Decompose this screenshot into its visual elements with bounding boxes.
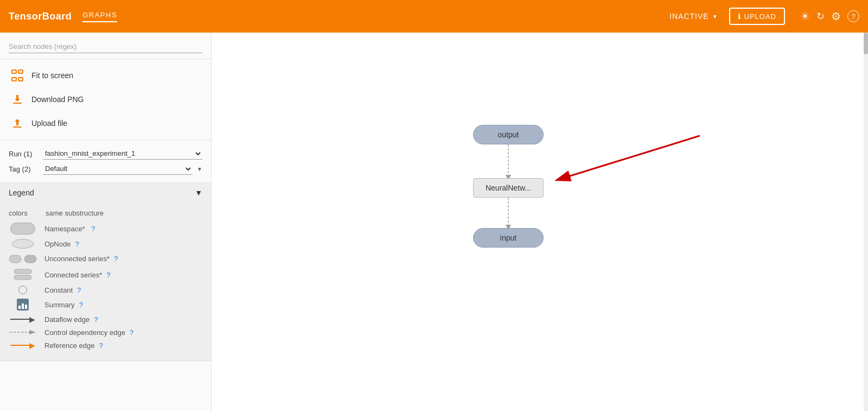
legend-unconnected: Unconnected series* ? [9, 253, 202, 264]
dataflow-shape-icon: ▶ [9, 315, 37, 324]
help-icon[interactable]: ? [847, 10, 859, 22]
svg-rect-7 [24, 255, 36, 263]
legend-control: Control dependency edge ? [9, 328, 202, 337]
node-neural-label: NeuralNetw... [486, 184, 531, 192]
legend-connected: Connected series* ? [9, 268, 202, 281]
run-label: Run (1) [9, 150, 39, 158]
unconnected-help-link[interactable]: ? [114, 255, 118, 263]
svg-rect-8 [14, 269, 31, 274]
svg-rect-5 [13, 127, 22, 128]
legend-namespace: Namespace* ? [9, 223, 202, 235]
graph-area[interactable]: output NeuralNetw... input [212, 33, 868, 411]
legend-label: Legend [9, 188, 34, 197]
reference-text: Reference edge ? [44, 342, 103, 350]
upload-icon [11, 117, 24, 130]
svg-rect-9 [14, 275, 31, 280]
legend-dataflow: ▶ Dataflow edge ? [9, 315, 202, 324]
status-chevron-icon: ▼ [712, 14, 718, 20]
legend-header[interactable]: Legend ▼ [0, 183, 211, 203]
status-selector[interactable]: INACTIVE ▼ [669, 12, 718, 21]
selector-section: Run (1) fashion_mnist_experiment_1 Tag (… [0, 140, 211, 183]
connected-text: Connected series* ? [44, 271, 110, 279]
upload-file-action[interactable]: Upload file [0, 111, 211, 135]
control-shape-icon [9, 328, 37, 337]
theme-icon[interactable]: ☀ [800, 10, 810, 23]
status-label: INACTIVE [669, 12, 709, 21]
node-input[interactable]: input [473, 228, 544, 248]
summary-shape-icon [9, 299, 37, 311]
node-input-label: input [500, 233, 516, 242]
colors-desc: same substructure [46, 209, 104, 217]
fit-to-screen-label: Fit to screen [31, 71, 73, 80]
download-png-action[interactable]: Download PNG [0, 87, 211, 111]
summary-text: Summary ? [44, 301, 83, 309]
svg-marker-11 [29, 330, 36, 334]
legend-summary: Summary ? [9, 299, 202, 311]
opnode-text: OpNode ? [44, 240, 79, 248]
upload-info-icon: ℹ [738, 12, 741, 21]
constant-text: Constant ? [44, 286, 81, 294]
namespace-text: Namespace* ? [44, 225, 95, 233]
refresh-icon[interactable]: ↻ [816, 10, 825, 22]
dataflow-help-link[interactable]: ? [94, 315, 98, 324]
connected-help-link[interactable]: ? [106, 271, 110, 279]
svg-rect-3 [18, 78, 23, 81]
search-input[interactable] [9, 40, 202, 53]
legend-reference: ▶ Reference edge ? [9, 341, 202, 350]
scrollbar-thumb[interactable] [864, 33, 868, 54]
legend-body: colors same substructure Namespace* ? [0, 203, 211, 361]
sidebar: Fit to screen Download PNG [0, 33, 212, 411]
svg-rect-6 [9, 255, 21, 263]
svg-rect-2 [12, 78, 16, 81]
connected-shape-icon [9, 268, 37, 281]
download-icon [11, 93, 24, 106]
svg-rect-1 [18, 70, 23, 73]
svg-rect-4 [13, 103, 22, 104]
reference-help-link[interactable]: ? [99, 342, 103, 350]
nav-graphs[interactable]: GRAPHS [82, 11, 117, 22]
legend-opnode: OpNode ? [9, 239, 202, 249]
upload-file-label: Upload file [31, 119, 67, 128]
upload-label: UPLOAD [744, 12, 776, 21]
annotation-arrow-svg [212, 33, 868, 411]
colors-label: colors [9, 209, 41, 217]
run-dropdown[interactable]: fashion_mnist_experiment_1 [43, 148, 202, 160]
sidebar-actions: Fit to screen Download PNG [0, 59, 211, 140]
header: TensorBoard GRAPHS INACTIVE ▼ ℹ UPLOAD ☀… [0, 0, 868, 33]
legend-colors-row: colors same substructure [9, 209, 202, 217]
tag-extra-chevron: ▼ [197, 166, 202, 172]
tag-dropdown[interactable]: Default [43, 163, 193, 175]
opnode-help-link[interactable]: ? [75, 240, 79, 248]
unconnected-shape-icon [9, 253, 37, 264]
legend-section: Legend ▼ colors same substructure Namesp… [0, 183, 211, 361]
upload-button[interactable]: ℹ UPLOAD [729, 8, 785, 25]
download-png-label: Download PNG [31, 95, 84, 104]
node-output-label: output [498, 130, 519, 139]
fit-screen-icon [11, 69, 24, 82]
tag-label: Tag (2) [9, 165, 39, 173]
node-output[interactable]: output [473, 125, 544, 144]
summary-help-link[interactable]: ? [79, 301, 83, 309]
namespace-help-link[interactable]: ? [91, 225, 95, 233]
namespace-shape-icon [9, 223, 37, 235]
unconnected-text: Unconnected series* ? [44, 255, 118, 263]
vertical-scrollbar[interactable] [864, 33, 868, 411]
svg-line-17 [556, 136, 700, 180]
opnode-shape-icon [9, 239, 37, 249]
graph-connections-svg [212, 33, 868, 411]
dataflow-text: Dataflow edge ? [44, 315, 98, 324]
control-help-link[interactable]: ? [130, 328, 133, 337]
control-text: Control dependency edge ? [44, 328, 133, 337]
main-layout: Fit to screen Download PNG [0, 33, 868, 411]
legend-chevron-icon: ▼ [195, 188, 202, 197]
search-section [0, 33, 211, 59]
legend-constant: Constant ? [9, 286, 202, 294]
app-logo: TensorBoard [9, 11, 72, 22]
settings-icon[interactable]: ⚙ [831, 10, 841, 23]
fit-to-screen-action[interactable]: Fit to screen [0, 64, 211, 87]
header-icons: ☀ ↻ ⚙ ? [800, 10, 859, 23]
constant-shape-icon [9, 286, 37, 294]
reference-shape-icon: ▶ [9, 341, 37, 350]
constant-help-link[interactable]: ? [77, 286, 81, 294]
node-neural[interactable]: NeuralNetw... [473, 178, 544, 198]
